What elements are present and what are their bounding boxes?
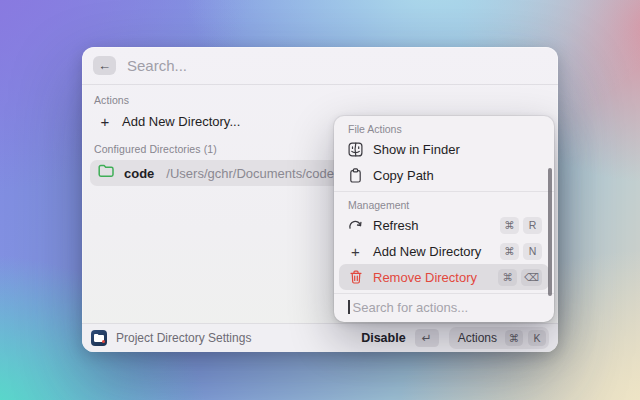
- footer-actions: Disable ↵ Actions ⌘ K: [361, 327, 549, 349]
- actions-search-input[interactable]: Search for actions...: [334, 293, 554, 320]
- menu-divider: [334, 191, 554, 192]
- menu-scrollbar[interactable]: [548, 168, 552, 296]
- k-key-badge: K: [528, 330, 546, 346]
- delete-key-badge: ⌫: [521, 269, 542, 286]
- actions-search-placeholder: Search for actions...: [353, 300, 469, 315]
- command-key-badge: ⌘: [500, 243, 519, 260]
- menu-item-copy-path[interactable]: Copy Path: [339, 162, 549, 188]
- actions-popover-menu: File Actions Show in Finder Copy Path Ma…: [334, 116, 554, 322]
- menu-item-label: Remove Directory: [373, 270, 477, 285]
- return-key-badge: ↵: [415, 329, 439, 347]
- clipboard-icon: [348, 168, 363, 183]
- trash-icon: [348, 270, 363, 284]
- menu-item-add-new-directory[interactable]: + Add New Directory ⌘ N: [339, 238, 549, 264]
- directory-path: /Users/gchr/Documents/code: [166, 166, 334, 181]
- menu-item-show-in-finder[interactable]: Show in Finder: [339, 136, 549, 162]
- menu-section-file-actions: File Actions: [339, 121, 549, 136]
- disable-button[interactable]: Disable: [361, 331, 405, 345]
- refresh-icon: [348, 219, 363, 232]
- menu-item-label: Refresh: [373, 218, 419, 233]
- search-header: ← Search...: [82, 47, 558, 85]
- command-key-badge: ⌘: [505, 330, 523, 346]
- plus-icon: +: [98, 113, 112, 130]
- plus-icon: +: [348, 243, 363, 260]
- back-arrow-icon: ←: [98, 56, 111, 75]
- search-input[interactable]: Search...: [127, 57, 187, 74]
- command-key-badge: ⌘: [500, 217, 519, 234]
- menu-section-management: Management: [339, 195, 549, 212]
- shortcut-keys: ⌘ ⌫: [498, 269, 542, 286]
- menu-item-label: Show in Finder: [373, 142, 460, 157]
- section-actions-label: Actions: [94, 94, 546, 106]
- window-footer: Project Directory Settings Disable ↵ Act…: [82, 323, 558, 352]
- add-new-directory-label: Add New Directory...: [122, 114, 240, 129]
- extension-app-icon: [91, 330, 107, 346]
- notification-dot: [102, 340, 105, 343]
- r-key-badge: R: [523, 217, 542, 234]
- directory-name: code: [124, 166, 154, 181]
- n-key-badge: N: [523, 243, 542, 260]
- menu-item-label: Copy Path: [373, 168, 434, 183]
- menu-item-label: Add New Directory: [373, 244, 481, 259]
- shortcut-keys: ⌘ N: [500, 243, 542, 260]
- actions-menu-button[interactable]: Actions ⌘ K: [449, 327, 549, 349]
- footer-title: Project Directory Settings: [116, 331, 251, 345]
- finder-icon: [348, 142, 363, 157]
- menu-item-remove-directory[interactable]: Remove Directory ⌘ ⌫: [339, 264, 549, 290]
- command-key-badge: ⌘: [498, 269, 517, 286]
- folder-icon: [98, 164, 114, 182]
- back-button[interactable]: ←: [93, 56, 116, 75]
- menu-item-refresh[interactable]: Refresh ⌘ R: [339, 212, 549, 238]
- actions-button-label: Actions: [458, 331, 497, 345]
- shortcut-keys: ⌘ R: [500, 217, 542, 234]
- text-caret: [348, 300, 350, 314]
